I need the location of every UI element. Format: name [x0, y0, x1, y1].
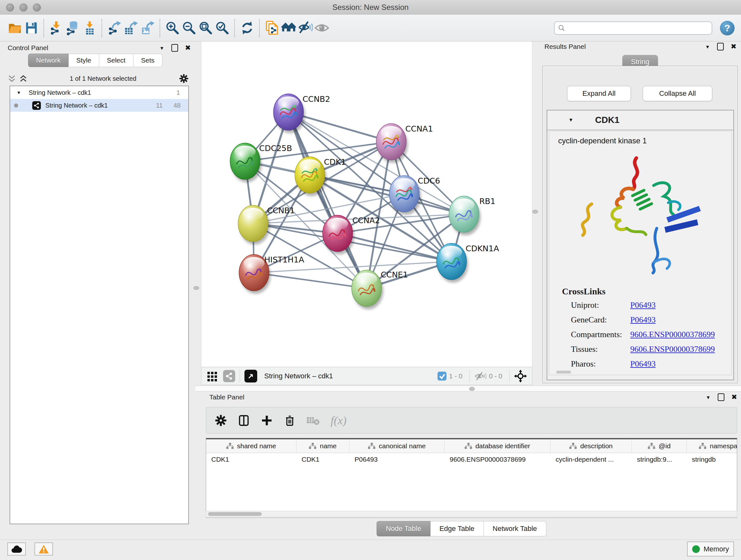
- table-cell[interactable]: stringdb:9...: [632, 453, 687, 466]
- splitter-handle-right[interactable]: [532, 210, 538, 213]
- import-network-from-database-button[interactable]: [64, 19, 81, 37]
- splitter-handle-left[interactable]: [193, 286, 199, 290]
- table-cell[interactable]: CDK1: [206, 453, 296, 466]
- string-home-button[interactable]: [280, 19, 297, 37]
- column-header-name[interactable]: name: [296, 439, 349, 453]
- crosslink-link[interactable]: P06493: [630, 315, 656, 325]
- panel-float-icon[interactable]: [172, 44, 178, 52]
- network-collection-row[interactable]: ▼ String Network – cdk1 1: [10, 86, 188, 99]
- panel-close-icon[interactable]: ✖: [185, 44, 191, 51]
- crosslink-link[interactable]: P06493: [630, 300, 656, 310]
- warnings-button[interactable]: [35, 543, 53, 556]
- string-import-document-button[interactable]: [264, 19, 280, 37]
- network-node-CCNE1[interactable]: CCNE1: [352, 270, 408, 309]
- network-graph[interactable]: CCNB2 CCNA1 CDC25B CDK1 CDC6 RB1 CCNB1 C…: [201, 42, 532, 366]
- gene-section-header[interactable]: ▼ CDK1: [547, 111, 733, 130]
- panel-menu-icon[interactable]: ▼: [706, 395, 711, 400]
- tab-edge-table[interactable]: Edge Table: [430, 521, 484, 537]
- node-table[interactable]: shared namenamecanonical namedatabase id…: [206, 438, 737, 518]
- table-row[interactable]: CDK1CDK1P064939606.ENSP00000378699cyclin…: [206, 453, 737, 466]
- network-node-HIST1H1A[interactable]: HIST1H1A: [239, 254, 304, 294]
- table-options-gear-icon[interactable]: [214, 414, 227, 427]
- zoom-out-button[interactable]: [181, 19, 197, 37]
- tab-network-table[interactable]: Network Table: [484, 521, 546, 537]
- column-header-canonical-name[interactable]: canonical name: [349, 439, 445, 453]
- network-node-RB1[interactable]: RB1: [449, 196, 495, 235]
- table-cell[interactable]: stringdb: [687, 453, 737, 466]
- panel-float-icon[interactable]: [718, 393, 724, 401]
- collapse-all-icon[interactable]: [8, 74, 16, 83]
- collapse-all-button[interactable]: Collapse All: [643, 86, 712, 101]
- network-canvas[interactable]: CCNB2 CCNA1 CDC25B CDK1 CDC6 RB1 CCNB1 C…: [201, 42, 532, 367]
- add-column-icon[interactable]: [260, 414, 273, 427]
- panel-menu-icon[interactable]: ▼: [705, 44, 710, 50]
- column-header-description[interactable]: description: [550, 439, 632, 453]
- crosslink-link[interactable]: 9606.ENSP00000378699: [630, 330, 715, 339]
- column-header-namespace[interactable]: namespace: [687, 439, 737, 453]
- panel-close-icon[interactable]: ✖: [731, 43, 737, 50]
- horizontal-splitter[interactable]: [195, 386, 741, 391]
- tab-sets[interactable]: Sets: [133, 54, 162, 67]
- export-network-button[interactable]: [106, 19, 123, 37]
- tab-select[interactable]: Select: [99, 54, 133, 67]
- help-button[interactable]: ?: [720, 21, 735, 36]
- crosslink-link[interactable]: P06493: [630, 359, 656, 369]
- selected-checkbox-icon[interactable]: [437, 372, 447, 381]
- table-hscroll-thumb[interactable]: [208, 512, 262, 516]
- table-cell[interactable]: cyclin-dependent ...: [550, 453, 632, 466]
- import-network-from-file-button[interactable]: [48, 19, 64, 37]
- network-options-gear-icon[interactable]: [179, 73, 189, 84]
- tree-expand-icon[interactable]: ▼: [17, 90, 21, 95]
- zoom-selected-button[interactable]: [214, 19, 230, 37]
- expand-all-button[interactable]: Expand All: [567, 86, 631, 101]
- network-node-CCNA2[interactable]: CCNA2: [323, 215, 380, 254]
- results-scrollbar-thumb[interactable]: [556, 371, 571, 374]
- tab-network[interactable]: Network: [28, 54, 69, 67]
- network-node-CDKN1A[interactable]: CDKN1A: [436, 243, 499, 283]
- column-header-database-identifier[interactable]: database identifier: [445, 439, 550, 453]
- hidden-eye-icon[interactable]: [474, 371, 486, 381]
- cloud-status-button[interactable]: [7, 543, 26, 556]
- network-node-CDK1[interactable]: CDK1: [295, 157, 346, 196]
- show-graphics-details-button[interactable]: [313, 19, 330, 37]
- export-table-button[interactable]: [123, 19, 139, 37]
- table-cell[interactable]: P06493: [349, 453, 445, 466]
- network-node-CDC6[interactable]: CDC6: [389, 176, 440, 215]
- panel-float-icon[interactable]: [717, 43, 724, 51]
- memory-button[interactable]: Memory: [687, 542, 734, 557]
- crosslink-link[interactable]: 9606.ENSP00000378699: [630, 345, 715, 354]
- save-session-button[interactable]: [23, 19, 40, 37]
- expand-all-icon[interactable]: [19, 74, 27, 83]
- show-columns-icon[interactable]: [238, 414, 250, 427]
- network-node-CCNB2[interactable]: CCNB2: [273, 94, 330, 133]
- share-view-icon[interactable]: [223, 370, 235, 382]
- column-header--id[interactable]: @id: [632, 439, 687, 453]
- zoom-fit-content-button[interactable]: [197, 19, 214, 37]
- table-hscrollbar[interactable]: [206, 511, 737, 517]
- search-box[interactable]: [554, 21, 712, 35]
- birdseye-view-icon[interactable]: [245, 370, 257, 382]
- search-input[interactable]: [565, 22, 712, 34]
- network-edge[interactable]: [254, 273, 367, 288]
- table-cell[interactable]: 9606.ENSP00000378699: [445, 453, 550, 466]
- apply-preferred-layout-button[interactable]: [239, 19, 255, 37]
- panel-close-icon[interactable]: ✖: [731, 394, 737, 401]
- table-cell[interactable]: CDK1: [296, 453, 349, 466]
- delete-column-icon[interactable]: [283, 414, 296, 427]
- fit-selected-crosshair-icon[interactable]: [514, 370, 527, 382]
- tab-node-table[interactable]: Node Table: [377, 521, 430, 537]
- import-table-from-file-button[interactable]: [81, 19, 98, 37]
- open-session-button[interactable]: [6, 19, 23, 37]
- grid-view-icon[interactable]: [206, 370, 218, 382]
- export-image-button[interactable]: [139, 19, 156, 37]
- zoom-in-button[interactable]: [164, 19, 181, 37]
- network-node-CDC25B[interactable]: CDC25B: [230, 143, 292, 182]
- tab-style[interactable]: Style: [69, 54, 99, 67]
- network-node-CCNA1[interactable]: CCNA1: [376, 124, 433, 163]
- section-collapse-icon[interactable]: ▼: [568, 117, 574, 123]
- string-enhanced-labels-button[interactable]: [297, 19, 313, 37]
- panel-menu-icon[interactable]: ▼: [159, 45, 164, 51]
- column-header-shared-name[interactable]: shared name: [206, 439, 296, 453]
- network-row[interactable]: String Network – cdk1 11 48: [10, 99, 188, 112]
- splitter-handle-bottom[interactable]: [469, 387, 475, 391]
